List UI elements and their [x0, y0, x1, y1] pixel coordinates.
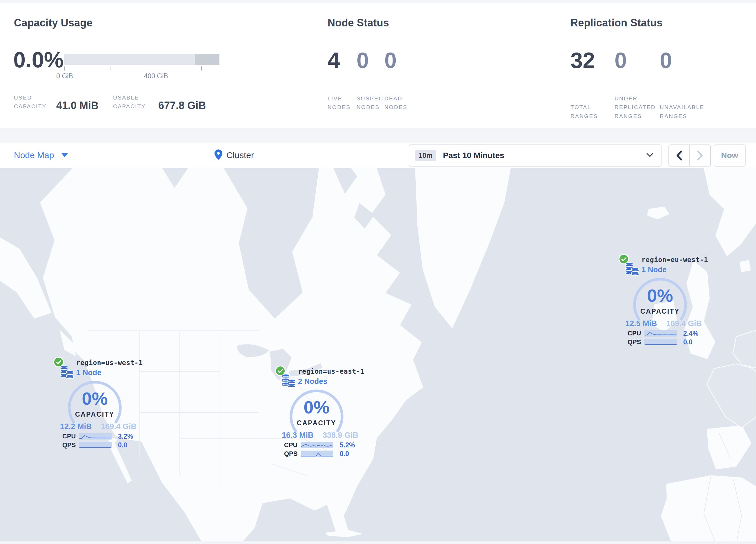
region-label: region=us-west-1 — [76, 359, 143, 367]
region-label: region=us-east-1 — [298, 368, 365, 375]
now-button-label: Now — [721, 151, 738, 160]
capacity-gauge-percent: 0% — [62, 390, 127, 408]
cpu-metric-row: CPU 2.4% — [628, 330, 709, 337]
time-step-back-button[interactable] — [669, 145, 690, 166]
used-capacity-label: USED CAPACITY — [14, 93, 49, 111]
cpu-sparkline — [301, 442, 333, 448]
time-step-buttons — [668, 144, 711, 166]
node-count-link[interactable]: 1 Node — [641, 265, 667, 274]
capacity-bar-tick: 0 GiB — [64, 66, 65, 70]
under-replicated-label: UNDER-REPLICATED RANGES — [615, 94, 658, 121]
qps-label: QPS — [62, 441, 79, 449]
total-ranges-count: 32 — [570, 49, 615, 71]
cpu-metric-row: CPU 3.2% — [62, 433, 143, 440]
locality-marker-us-east-1[interactable]: region=us-east-1 2 Nodes 0% CAPACITY 16.… — [275, 364, 362, 460]
capacity-bar-track — [64, 54, 219, 65]
capacity-gauge-label: CAPACITY — [628, 308, 693, 316]
cpu-value: 3.2% — [118, 433, 133, 440]
panel-divider-band — [0, 128, 756, 142]
qps-metric-row: QPS 0.0 — [284, 450, 365, 458]
used-value: 12.2 MiB — [60, 422, 92, 431]
view-selector-label: Node Map — [14, 150, 54, 160]
capacity-gauge-label: CAPACITY — [284, 419, 349, 427]
capacity-values: 12.2 MiB 169.4 GiB — [54, 422, 141, 431]
cpu-label: CPU — [284, 441, 301, 449]
time-range-label: Past 10 Minutes — [443, 151, 504, 160]
capacity-bar-tick: 400 GiB — [156, 66, 156, 70]
cpu-value: 5.2% — [340, 441, 355, 449]
time-range-badge: 10m — [415, 150, 436, 161]
replication-labels: TOTAL RANGES UNDER-REPLICATED RANGES UNA… — [570, 94, 710, 121]
capacity-gauge-label: CAPACITY — [62, 411, 127, 418]
cluster-summary-panel: Capacity Usage 0.0% 0 GiB400 GiB USED CA… — [0, 3, 756, 128]
view-selector-dropdown[interactable]: Node Map — [14, 142, 68, 168]
capacity-gauge-percent: 0% — [628, 287, 693, 305]
total-value: 169.4 GiB — [101, 422, 137, 431]
usable-capacity-label: USABLE CAPACITY — [113, 93, 151, 111]
node-map-page: Capacity Usage 0.0% 0 GiB400 GiB USED CA… — [0, 0, 756, 544]
qps-value: 0.0 — [340, 450, 349, 458]
dead-nodes-count: 0 — [384, 49, 397, 71]
capacity-bar-ticks: 0 GiB400 GiB — [64, 66, 219, 81]
suspect-nodes-label: SUSPECT NODES — [357, 94, 384, 112]
qps-label: QPS — [284, 450, 301, 458]
replication-status-title: Replication Status — [570, 17, 663, 29]
qps-sparkline — [79, 442, 112, 448]
caret-down-icon — [61, 153, 68, 157]
cpu-value: 2.4% — [683, 330, 698, 338]
capacity-bar: 0 GiB400 GiB — [64, 54, 219, 65]
unavailable-label: UNAVAILABLE RANGES — [660, 103, 710, 121]
capacity-values: 12.5 MiB 169.4 GiB — [619, 319, 706, 328]
qps-metric-row: QPS 0.0 — [628, 338, 709, 346]
total-value: 169.4 GiB — [666, 319, 702, 328]
region-label: region=eu-west-1 — [641, 256, 708, 263]
locality-marker-eu-west-1[interactable]: region=eu-west-1 1 Node 0% CAPACITY 12.5… — [619, 252, 706, 348]
usable-capacity-value: 677.8 GiB — [158, 100, 206, 111]
breadcrumb[interactable]: Cluster — [215, 142, 254, 168]
cpu-label: CPU — [628, 330, 644, 337]
used-value: 16.3 MiB — [282, 431, 314, 440]
qps-value: 0.0 — [118, 441, 127, 449]
total-ranges-label: TOTAL RANGES — [570, 103, 598, 121]
chevron-down-icon — [646, 153, 653, 158]
node-status-title: Node Status — [328, 17, 389, 29]
unavailable-count: 0 — [660, 49, 672, 71]
qps-value: 0.0 — [683, 338, 693, 346]
node-status-labels: LIVE NODES SUSPECT NODES DEAD NODES — [328, 94, 410, 112]
qps-sparkline — [301, 451, 333, 457]
used-value: 12.5 MiB — [625, 319, 657, 328]
dead-nodes-label: DEAD NODES — [384, 94, 410, 112]
map-toolbar: Node Map Cluster 10m Past 10 Minutes — [0, 142, 756, 168]
total-value: 338.9 GiB — [323, 431, 358, 440]
used-capacity-value: 41.0 MiB — [56, 100, 99, 111]
suspect-nodes-count: 0 — [357, 49, 384, 71]
live-nodes-label: LIVE NODES — [328, 94, 352, 112]
database-nodes-icon — [282, 372, 296, 390]
map-pin-icon — [215, 149, 222, 161]
capacity-details: USED CAPACITY 41.0 MiB USABLE CAPACITY 6… — [14, 93, 206, 111]
under-replicated-count: 0 — [615, 49, 660, 71]
breadcrumb-label: Cluster — [226, 150, 254, 160]
time-step-forward-button[interactable] — [690, 145, 710, 166]
capacity-gauge-percent: 0% — [284, 398, 349, 416]
node-count-link[interactable]: 2 Nodes — [298, 377, 327, 386]
qps-sparkline — [644, 339, 677, 345]
capacity-bar-tick — [110, 66, 110, 70]
node-count-link[interactable]: 1 Node — [76, 368, 101, 377]
cpu-sparkline — [79, 433, 112, 440]
capacity-bar-tick — [201, 66, 202, 70]
now-button[interactable]: Now — [714, 144, 746, 166]
cpu-label: CPU — [62, 433, 79, 440]
capacity-usage-title: Capacity Usage — [14, 17, 92, 29]
capacity-values: 16.3 MiB 338.9 GiB — [275, 431, 362, 440]
capacity-bar-reserved-segment — [195, 54, 219, 65]
world-map[interactable]: region=us-west-1 1 Node 0% CAPACITY 12.2… — [0, 168, 756, 544]
database-nodes-icon — [60, 363, 74, 381]
cpu-metric-row: CPU 5.2% — [284, 441, 365, 449]
capacity-percent: 0.0% — [13, 49, 63, 71]
cpu-sparkline — [644, 330, 677, 337]
live-nodes-count: 4 — [328, 49, 357, 71]
qps-metric-row: QPS 0.0 — [62, 441, 143, 449]
locality-marker-us-west-1[interactable]: region=us-west-1 1 Node 0% CAPACITY 12.2… — [54, 356, 141, 451]
time-range-selector[interactable]: 10m Past 10 Minutes — [409, 144, 661, 166]
